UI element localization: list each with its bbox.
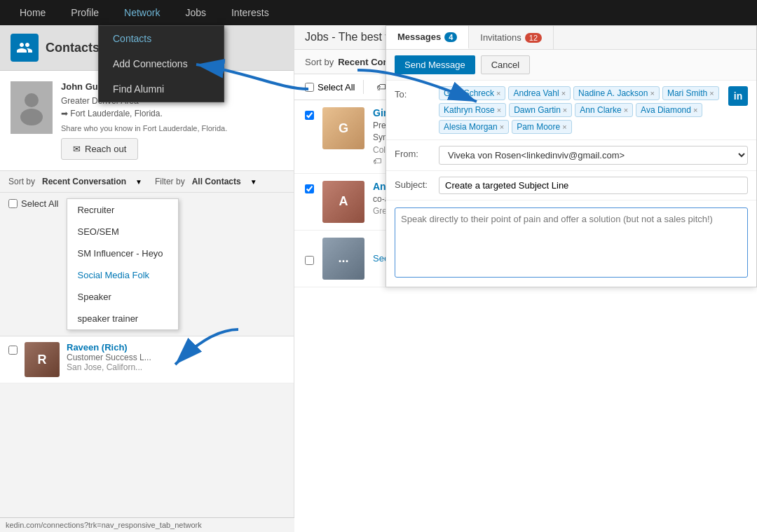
- left-sort-filter-bar: Sort by Recent Conversation ▼ Filter by …: [0, 171, 294, 193]
- recipient-ann: Ann Clarke ×: [575, 103, 633, 117]
- remove-pam[interactable]: ×: [562, 123, 566, 131]
- tab-messages[interactable]: Messages 4: [386, 26, 469, 49]
- select-all-check[interactable]: Select All: [8, 198, 58, 209]
- tag-sm-influencer[interactable]: SM Influencer - Heyo: [67, 243, 178, 264]
- tab-invitations[interactable]: Invitations 12: [469, 26, 554, 49]
- svg-point-1: [20, 109, 43, 125]
- messaging-panel: Messages 4 Invitations 12 Send Message C…: [386, 25, 757, 287]
- remove-nadine[interactable]: ×: [650, 89, 654, 97]
- select-filter-row: Select All Recruiter SEO/SEM SM Influenc…: [0, 193, 294, 336]
- network-dropdown: Contacts Add Connections Find Alumni: [98, 25, 224, 102]
- andrea-checkbox[interactable]: [305, 184, 314, 193]
- tag-social-media-folk[interactable]: Social Media Folk: [67, 264, 178, 286]
- tag-speaker-trainer[interactable]: speaker trainer: [67, 308, 178, 329]
- to-row: To: Gina Schreck × Andrea Vahl × Nadine …: [386, 81, 756, 140]
- see-more-avatar: ...: [322, 238, 364, 280]
- gina-checkbox[interactable]: [305, 111, 314, 120]
- contacts-title: Contacts: [46, 41, 100, 55]
- raveen-name[interactable]: Raveen (Rich): [67, 342, 151, 353]
- raveen-location: San Jose, Californ...: [67, 362, 151, 372]
- toolbar-select-all[interactable]: Select All: [305, 82, 355, 93]
- guillot-avatar: [11, 81, 53, 134]
- recipient-dawn: Dawn Gartin ×: [509, 103, 572, 117]
- recipient-nadine: Nadine A. Jackson ×: [573, 86, 660, 100]
- tag-seosem[interactable]: SEO/SEM: [67, 221, 178, 243]
- recipient-mari: Mari Smith ×: [662, 86, 719, 100]
- messages-badge: 4: [444, 32, 457, 42]
- tag-recruiter[interactable]: Recruiter: [67, 199, 178, 221]
- sort-arrow-icon: ▼: [135, 178, 142, 186]
- toolbar-divider-1: [363, 80, 364, 94]
- raveen-avatar: R: [25, 342, 60, 377]
- tag-speaker[interactable]: Speaker: [67, 286, 178, 308]
- filter-dropdown-block: Recruiter SEO/SEM SM Influencer - Heyo S…: [67, 198, 179, 330]
- url-bar: kedin.com/connections?trk=nav_responsive…: [0, 517, 294, 532]
- raveen-title: Customer Success L...: [67, 353, 151, 362]
- from-select[interactable]: Viveka von Rosen<linkedinviv@gmail.com>: [439, 146, 748, 165]
- gina-avatar: G: [322, 107, 364, 149]
- send-toolbar: Send Message Cancel: [386, 50, 756, 81]
- nav-home[interactable]: Home: [7, 0, 58, 25]
- right-sort-label: Sort by: [305, 57, 334, 67]
- linkedin-icon: in: [728, 86, 748, 106]
- filter-value[interactable]: All Contacts: [192, 177, 241, 186]
- sort-label: Sort by: [8, 177, 35, 186]
- filter-arrow-icon: ▼: [250, 178, 257, 186]
- remove-gina[interactable]: ×: [496, 89, 500, 97]
- remove-kathryn[interactable]: ×: [497, 106, 501, 114]
- recipient-pam: Pam Moore ×: [512, 120, 571, 134]
- remove-alesia[interactable]: ×: [500, 123, 504, 131]
- invitations-badge: 12: [525, 33, 542, 43]
- recipient-gina: Gina Schreck ×: [439, 86, 505, 100]
- from-row: From: Viveka von Rosen<linkedinviv@gmail…: [386, 140, 756, 171]
- sort-value[interactable]: Recent Conversation: [42, 177, 126, 186]
- reach-out-button[interactable]: ✉ Reach out: [61, 138, 138, 160]
- right-select-all-label: Select All: [318, 82, 355, 93]
- remove-ava[interactable]: ×: [693, 106, 697, 114]
- select-all-checkbox[interactable]: [8, 199, 18, 208]
- recipient-area: Gina Schreck × Andrea Vahl × Nadine A. J…: [439, 86, 723, 134]
- msg-tabs: Messages 4 Invitations 12: [386, 26, 756, 50]
- nav-interests[interactable]: Interests: [219, 0, 282, 25]
- guillot-share: Share who you know in Fort Lauderdale, F…: [61, 124, 283, 132]
- remove-ann[interactable]: ×: [624, 106, 628, 114]
- dropdown-contacts[interactable]: Contacts: [99, 26, 224, 51]
- top-nav: Home Profile Network Jobs Interests: [0, 0, 757, 25]
- svg-point-0: [25, 93, 39, 107]
- subject-label: Subject:: [395, 177, 433, 190]
- msg-body-area: [386, 200, 756, 287]
- nav-jobs[interactable]: Jobs: [172, 0, 219, 25]
- remove-andrea[interactable]: ×: [561, 89, 566, 97]
- dropdown-add-connections[interactable]: Add Connections: [99, 51, 224, 76]
- tag-dropdown: Recruiter SEO/SEM SM Influencer - Heyo S…: [67, 198, 179, 330]
- to-label: To:: [395, 86, 433, 100]
- see-more-checkbox[interactable]: [305, 256, 314, 265]
- select-all-label: Select All: [21, 198, 58, 209]
- people-icon: [16, 39, 33, 56]
- nav-profile[interactable]: Profile: [58, 0, 111, 25]
- from-label: From:: [395, 146, 433, 159]
- compose-form: To: Gina Schreck × Andrea Vahl × Nadine …: [386, 81, 756, 287]
- raveen-info: Raveen (Rich) Customer Success L... San …: [67, 342, 151, 372]
- filter-label: Filter by: [155, 177, 185, 186]
- recipient-ava: Ava Diamond ×: [636, 103, 702, 117]
- contacts-icon: [11, 34, 39, 62]
- right-select-all-checkbox[interactable]: [305, 83, 314, 92]
- subject-input[interactable]: [439, 177, 748, 194]
- contact-list-item-raveen: R Raveen (Rich) Customer Success L... Sa…: [0, 336, 294, 383]
- recipient-alesia: Alesia Morgan ×: [439, 120, 509, 134]
- message-textarea[interactable]: [395, 207, 748, 278]
- dropdown-find-alumni[interactable]: Find Alumni: [99, 76, 224, 102]
- remove-mari[interactable]: ×: [709, 89, 714, 97]
- remove-dawn[interactable]: ×: [563, 106, 567, 114]
- cancel-button[interactable]: Cancel: [481, 55, 530, 74]
- recipient-kathryn: Kathryn Rose ×: [439, 103, 506, 117]
- recipient-andrea: Andrea Vahl ×: [508, 86, 571, 100]
- raveen-checkbox[interactable]: [8, 346, 18, 355]
- andrea-avatar: A: [322, 181, 364, 223]
- send-message-button[interactable]: Send Message: [395, 55, 475, 74]
- nav-network[interactable]: Network: [111, 0, 172, 25]
- subject-row: Subject:: [386, 171, 756, 200]
